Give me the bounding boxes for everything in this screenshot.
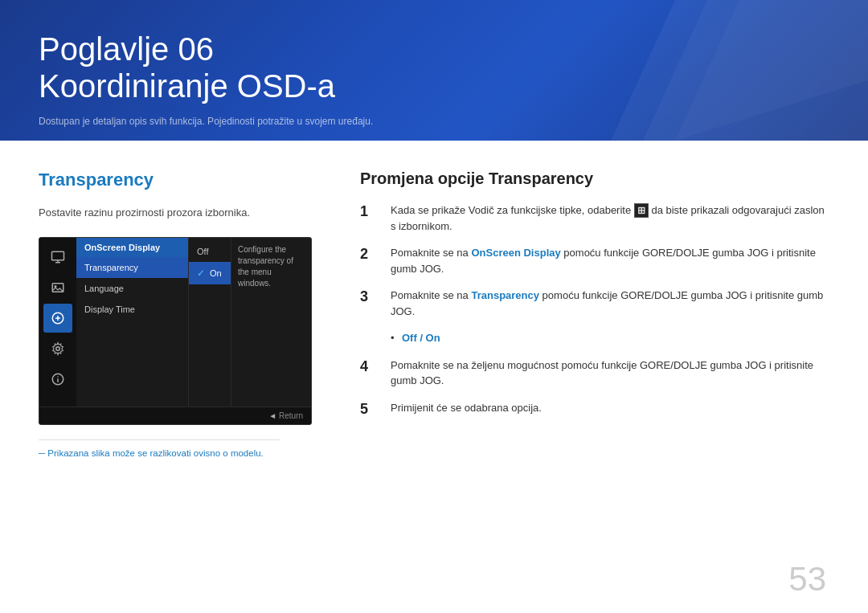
main-content: Transparency Postavite razinu prozirnost… xyxy=(0,141,868,477)
step-1-text: Kada se prikaže Vodič za funkcijske tipk… xyxy=(391,202,829,234)
svg-point-11 xyxy=(57,376,59,378)
bullet-options-list: Off / On xyxy=(391,330,829,346)
osd-icon-info xyxy=(43,365,72,394)
header-title: Poglavlje 06 Koordiniranje OSD-a xyxy=(39,31,829,104)
osd-option-on: ✓ On xyxy=(189,262,231,284)
osd-info-text: Configure the transparency of the menu w… xyxy=(238,244,305,289)
svg-rect-0 xyxy=(52,251,64,260)
right-column: Promjena opcije Transparency 1 Kada se p… xyxy=(360,170,829,458)
left-column: Transparency Postavite razinu prozirnost… xyxy=(39,170,328,458)
offon-highlight: Off / On xyxy=(402,332,440,344)
step-3-text: Pomaknite se na Transparency pomoću funk… xyxy=(391,288,829,319)
osd-menu-header: OnScreen Display xyxy=(76,238,188,257)
osd-inner: OnScreen Display Transparency Language D… xyxy=(39,238,311,407)
section-title: Transparency xyxy=(39,170,328,190)
osd-icon-sidebar xyxy=(39,238,76,407)
return-arrow: ◄ xyxy=(268,411,279,420)
step-1: 1 Kada se prikaže Vodič za funkcijske ti… xyxy=(360,202,829,234)
step-5: 5 Primijenit će se odabrana opcija. xyxy=(360,400,829,419)
osd-menu-item-displaytime: Display Time xyxy=(76,299,188,320)
header-subtitle: Dostupan je detaljan opis svih funkcija.… xyxy=(39,116,829,127)
step-2-text: Pomaknite se na OnScreen Display pomoću … xyxy=(391,245,829,276)
step-3-number: 3 xyxy=(360,288,378,306)
osd-bottom-bar: ◄ Return xyxy=(39,407,311,424)
osd-icon-display xyxy=(43,243,72,272)
osd-screen-mock: OnScreen Display Transparency Language D… xyxy=(39,237,312,425)
page-number: 53 xyxy=(788,560,826,599)
osd-info-panel: Configure the transparency of the menu w… xyxy=(231,238,311,407)
page-header: Poglavlje 06 Koordiniranje OSD-a Dostupa… xyxy=(0,0,868,141)
step-5-number: 5 xyxy=(360,400,378,419)
osd-options-panel: Off ✓ On xyxy=(189,238,231,407)
return-label: Return xyxy=(279,411,303,420)
osd-icon-picture xyxy=(43,273,72,302)
step-2-highlight: OnScreen Display xyxy=(471,247,560,259)
bullet-option-offon: Off / On xyxy=(391,330,829,346)
step-2: 2 Pomaknite se na OnScreen Display pomoć… xyxy=(360,245,829,276)
header-title-line2: Koordiniranje OSD-a xyxy=(39,67,829,104)
image-note: ─ Prikazana slika može se razlikovati ov… xyxy=(39,448,328,458)
osd-icon-onscreen xyxy=(43,304,72,333)
step-3-highlight: Transparency xyxy=(471,289,539,301)
step-5-text: Primijenit će se odabrana opcija. xyxy=(391,400,542,416)
osd-menu-item-transparency: Transparency xyxy=(76,257,188,278)
step-4-number: 4 xyxy=(360,358,378,376)
osd-option-off: Off xyxy=(189,241,231,262)
osd-menu-panel: OnScreen Display Transparency Language D… xyxy=(76,238,189,407)
step-4: 4 Pomaknite se na željenu mogućnost pomo… xyxy=(360,358,829,389)
step-2-number: 2 xyxy=(360,245,378,264)
osd-icon-settings xyxy=(43,334,72,363)
section-divider xyxy=(39,439,280,440)
section-description: Postavite razinu prozirnosti prozora izb… xyxy=(39,205,328,221)
osd-menu-item-language: Language xyxy=(76,278,188,299)
guide-icon: ⊞ xyxy=(634,203,649,218)
steps-title: Promjena opcije Transparency xyxy=(360,170,829,188)
osd-check-icon: ✓ xyxy=(197,268,205,279)
svg-point-8 xyxy=(56,346,60,350)
step-3: 3 Pomaknite se na Transparency pomoću fu… xyxy=(360,288,829,319)
header-title-line1: Poglavlje 06 xyxy=(39,31,829,67)
step-1-number: 1 xyxy=(360,202,378,221)
step-4-text: Pomaknite se na željenu mogućnost pomoću… xyxy=(391,358,829,389)
